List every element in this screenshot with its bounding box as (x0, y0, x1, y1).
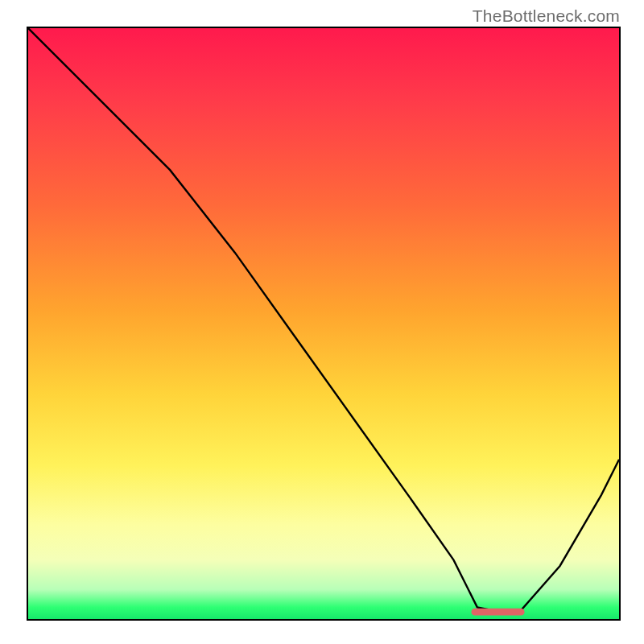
curve-layer (28, 28, 619, 619)
chart-canvas: TheBottleneck.com (0, 0, 644, 644)
optimal-marker (472, 609, 525, 616)
watermark-text: TheBottleneck.com (473, 6, 620, 26)
bottleneck-curve (28, 28, 619, 613)
plot-area (27, 27, 621, 621)
